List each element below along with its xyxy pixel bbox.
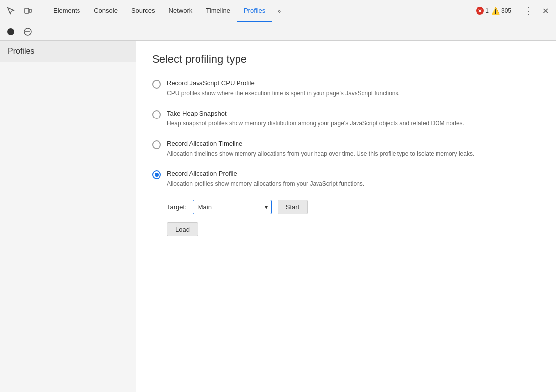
start-button[interactable]: Start <box>278 200 308 214</box>
svg-rect-1 <box>29 9 31 12</box>
load-button-wrapper: Load <box>152 214 540 236</box>
tab-elements[interactable]: Elements <box>46 0 87 22</box>
option-cpu-profile: Record JavaScript CPU Profile CPU profil… <box>152 79 540 98</box>
allocation-profile-label: Record Allocation Profile <box>167 170 364 177</box>
more-menu-button[interactable]: ⋮ <box>521 4 535 18</box>
toolbar-divider <box>44 5 44 17</box>
svg-rect-0 <box>25 8 29 13</box>
error-badge[interactable]: ✕ 1 <box>476 7 489 15</box>
main-layout: Profiles Select profiling type Record Ja… <box>0 41 556 392</box>
allocation-profile-desc: Allocation profiles show memory allocati… <box>167 179 364 188</box>
target-label: Target: <box>167 203 187 211</box>
device-mode-icon[interactable] <box>21 4 35 18</box>
option-allocation-profile: Record Allocation Profile Allocation pro… <box>152 170 540 188</box>
toolbar-icons <box>4 4 40 18</box>
radio-cpu-profile[interactable] <box>152 80 161 89</box>
error-icon: ✕ <box>476 7 484 15</box>
toolbar-right-divider <box>516 5 516 17</box>
devtools-toolbar: Elements Console Sources Network Timelin… <box>0 0 556 22</box>
option-row-cpu: Record JavaScript CPU Profile CPU profil… <box>152 79 540 98</box>
tab-profiles[interactable]: Profiles <box>237 0 272 22</box>
allocation-timeline-desc: Allocation timelines show memory allocat… <box>167 149 474 158</box>
load-button[interactable]: Load <box>167 222 198 236</box>
option-row-heap: Take Heap Snapshot Heap snapshot profile… <box>152 110 540 128</box>
allocation-timeline-label: Record Allocation Timeline <box>167 140 474 147</box>
heap-snapshot-label: Take Heap Snapshot <box>167 110 464 117</box>
warning-badge[interactable]: ⚠️ 305 <box>492 7 511 15</box>
option-row-timeline: Record Allocation Timeline Allocation ti… <box>152 140 540 158</box>
warning-icon: ⚠️ <box>492 7 500 15</box>
option-row-profile: Record Allocation Profile Allocation pro… <box>152 170 540 188</box>
radio-heap-snapshot[interactable] <box>152 110 161 119</box>
toolbar-right: ✕ 1 ⚠️ 305 ⋮ ✕ <box>476 4 552 18</box>
cpu-profile-label: Record JavaScript CPU Profile <box>167 79 400 87</box>
sub-toolbar <box>0 22 556 41</box>
record-button[interactable] <box>4 25 18 39</box>
tab-timeline[interactable]: Timeline <box>199 0 237 22</box>
close-button[interactable]: ✕ <box>538 4 552 18</box>
radio-allocation-timeline[interactable] <box>152 140 161 149</box>
heap-snapshot-desc: Heap snapshot profiles show memory distr… <box>167 119 464 128</box>
tab-console[interactable]: Console <box>87 0 124 22</box>
select-element-icon[interactable] <box>4 4 18 18</box>
option-heap-snapshot: Take Heap Snapshot Heap snapshot profile… <box>152 110 540 128</box>
tab-network[interactable]: Network <box>162 0 199 22</box>
toolbar-tabs: Elements Console Sources Network Timelin… <box>46 0 476 22</box>
sidebar-title: Profiles <box>0 41 136 62</box>
clear-button[interactable] <box>21 25 35 39</box>
tab-sources[interactable]: Sources <box>124 0 162 22</box>
option-allocation-timeline: Record Allocation Timeline Allocation ti… <box>152 140 540 158</box>
target-select-wrapper: Main ▾ <box>193 200 272 214</box>
target-select[interactable]: Main <box>193 200 272 214</box>
target-row: Target: Main ▾ Start <box>167 200 540 214</box>
content-area: Select profiling type Record JavaScript … <box>136 41 556 392</box>
more-tabs-button[interactable]: » <box>272 4 286 18</box>
cpu-profile-desc: CPU profiles show where the execution ti… <box>167 89 400 98</box>
sidebar: Profiles <box>0 41 136 392</box>
radio-allocation-profile[interactable] <box>152 170 161 179</box>
page-title: Select profiling type <box>152 53 540 66</box>
